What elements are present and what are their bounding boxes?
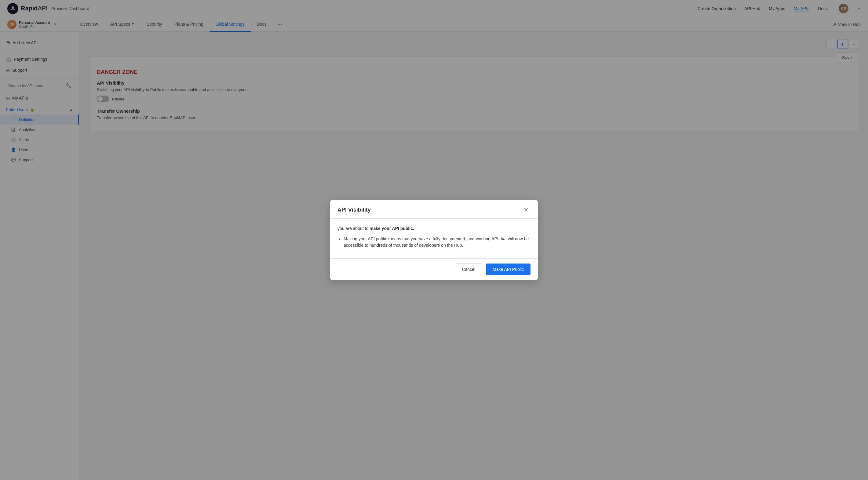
modal-overlay[interactable]: API Visibility ✕ you are about to make y… (0, 0, 868, 480)
cancel-button[interactable]: Cancel (455, 263, 482, 275)
modal-intro-text: you are about to make your API public. (338, 226, 530, 231)
modal-header: API Visibility ✕ (330, 200, 538, 219)
modal-title: API Visibility (338, 207, 371, 213)
modal-close-button[interactable]: ✕ (522, 206, 530, 214)
modal-bullet-list: Making your API public means that you ha… (338, 236, 530, 249)
api-visibility-modal: API Visibility ✕ you are about to make y… (330, 200, 538, 280)
modal-body: you are about to make your API public. M… (330, 219, 538, 258)
modal-bullet-item: Making your API public means that you ha… (344, 236, 530, 249)
make-api-public-button[interactable]: Make API Public (486, 263, 530, 275)
modal-footer: Cancel Make API Public (330, 258, 538, 280)
